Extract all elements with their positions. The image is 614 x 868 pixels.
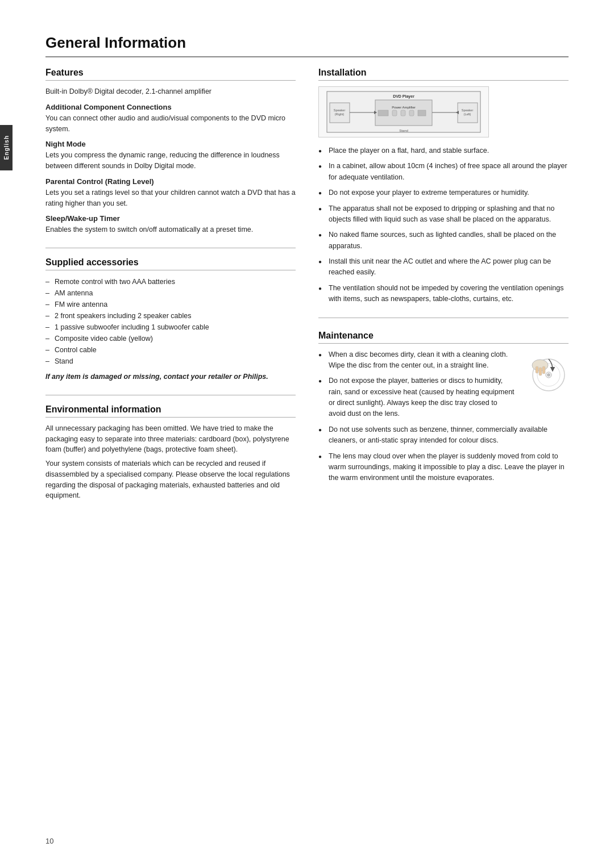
svg-text:(Right): (Right) [335, 112, 345, 116]
list-item: Stand [45, 356, 296, 367]
list-item: Do not expose your player to extreme tem… [318, 187, 569, 198]
list-item: 2 front speakers including 2 speaker cab… [45, 310, 296, 322]
list-item: Place the player on a flat, hard, and st… [318, 145, 569, 156]
feature-item-3: Sleep/Wake-up Timer Enables the system t… [45, 214, 296, 235]
left-column: Features Built-in Dolby® Digital decoder… [45, 68, 296, 514]
installation-list: Place the player on a flat, hard, and st… [318, 145, 569, 305]
environmental-para2: Your system consists of materials which … [45, 458, 296, 501]
feature-text-3: Enables the system to switch on/off auto… [45, 224, 296, 235]
maintenance-list: When a disc becomes dirty, clean it with… [318, 349, 516, 420]
list-item: The ventilation should not be impeded by… [318, 283, 569, 305]
features-title: Features [45, 68, 296, 81]
svg-point-23 [547, 373, 550, 377]
list-item: Remote control with two AAA batteries [45, 276, 296, 287]
accessories-section: Supplied accessories Remote control with… [45, 257, 296, 382]
feature-subtitle-3: Sleep/Wake-up Timer [45, 214, 296, 223]
list-item: 1 passive subwoofer including 1 subwoofe… [45, 322, 296, 333]
disc-cleaning-svg [523, 349, 569, 392]
dvd-diagram-svg: DVD Player Power Amplifier Speaker [324, 89, 483, 135]
list-item: Do not use solvents such as benzene, thi… [318, 424, 569, 446]
page-container: English General Information Features Bui… [0, 0, 614, 868]
main-content: Features Built-in Dolby® Digital decoder… [45, 68, 569, 514]
svg-text:Speaker: Speaker [462, 108, 474, 112]
svg-rect-26 [539, 368, 542, 375]
maintenance-item-1-text: Do not expose the player, batteries or d… [329, 377, 515, 418]
svg-text:Speaker: Speaker [334, 108, 346, 112]
list-item: The apparatus shall not be exposed to dr… [318, 203, 569, 226]
list-item: AM antenna [45, 287, 296, 299]
features-intro: Built-in Dolby® Digital decoder, 2.1-cha… [45, 86, 296, 97]
feature-subtitle-2: Parental Control (Rating Level) [45, 177, 296, 186]
features-section: Features Built-in Dolby® Digital decoder… [45, 68, 296, 235]
feature-text-2: Lets you set a ratings level so that you… [45, 187, 296, 209]
svg-text:Stand: Stand [399, 129, 408, 132]
accessories-title: Supplied accessories [45, 257, 296, 270]
environmental-para1: All unnecessary packaging has been omitt… [45, 423, 296, 455]
page-number: 10 [45, 837, 53, 845]
feature-subtitle-0: Additional Component Connections [45, 103, 296, 111]
page-title: General Information [45, 34, 569, 57]
list-item: In a cabinet, allow about 10cm (4 inches… [318, 161, 569, 183]
list-item: Install this unit near the AC outlet and… [318, 256, 569, 278]
feature-text-0: You can connect other audio and audio/vi… [45, 113, 296, 135]
list-item: The lens may cloud over when the player … [318, 451, 569, 484]
svg-text:DVD Player: DVD Player [393, 94, 414, 99]
list-item: Composite video cable (yellow) [45, 333, 296, 344]
svg-text:(Left): (Left) [464, 112, 471, 116]
svg-rect-25 [536, 366, 538, 373]
installation-title: Installation [318, 68, 569, 81]
svg-rect-27 [542, 366, 545, 374]
accessories-list: Remote control with two AAA batteries AM… [45, 276, 296, 367]
right-column: Installation DVD Player Power Amplifier [318, 68, 569, 514]
svg-text:Power Amplifier: Power Amplifier [392, 106, 416, 109]
feature-text-1: Lets you compress the dynamic range, red… [45, 150, 296, 172]
svg-rect-5 [392, 110, 397, 116]
feature-subtitle-1: Night Mode [45, 140, 296, 148]
disc-cleaning-illustration [523, 349, 569, 392]
language-tab: English [0, 125, 13, 170]
accessories-note: If any item is damaged or missing, conta… [45, 372, 296, 382]
maintenance-text-block: When a disc becomes dirty, clean it with… [318, 349, 516, 424]
installation-section: Installation DVD Player Power Amplifier [318, 68, 569, 305]
features-subsections: Additional Component Connections You can… [45, 103, 296, 235]
divider-3 [318, 318, 569, 318]
language-tab-label: English [3, 135, 10, 160]
list-item: When a disc becomes dirty, clean it with… [318, 349, 516, 372]
feature-item-1: Night Mode Lets you compress the dynamic… [45, 140, 296, 172]
feature-item-0: Additional Component Connections You can… [45, 103, 296, 135]
maintenance-section: Maintenance When a disc becomes dirty, c… [318, 331, 569, 484]
dvd-diagram: DVD Player Power Amplifier Speaker [318, 86, 489, 137]
maintenance-list-2: Do not use solvents such as benzene, thi… [318, 424, 569, 484]
feature-item-2: Parental Control (Rating Level) Lets you… [45, 177, 296, 209]
maintenance-inner: When a disc becomes dirty, clean it with… [318, 349, 569, 424]
list-item: FM wire antenna [45, 299, 296, 310]
maintenance-title: Maintenance [318, 331, 569, 344]
svg-rect-8 [418, 110, 426, 116]
list-item: Control cable [45, 344, 296, 356]
divider-2 [45, 395, 296, 395]
svg-rect-7 [409, 110, 414, 116]
divider-1 [45, 248, 296, 248]
list-item: Do not expose the player, batteries or d… [318, 375, 516, 420]
environmental-section: Environmental information All unnecessar… [45, 404, 296, 501]
list-item: No naked flame sources, such as lighted … [318, 229, 569, 252]
maintenance-item-0-text: When a disc becomes dirty, clean it with… [329, 350, 508, 369]
environmental-title: Environmental information [45, 404, 296, 418]
svg-rect-4 [378, 110, 388, 116]
svg-rect-6 [401, 110, 405, 116]
